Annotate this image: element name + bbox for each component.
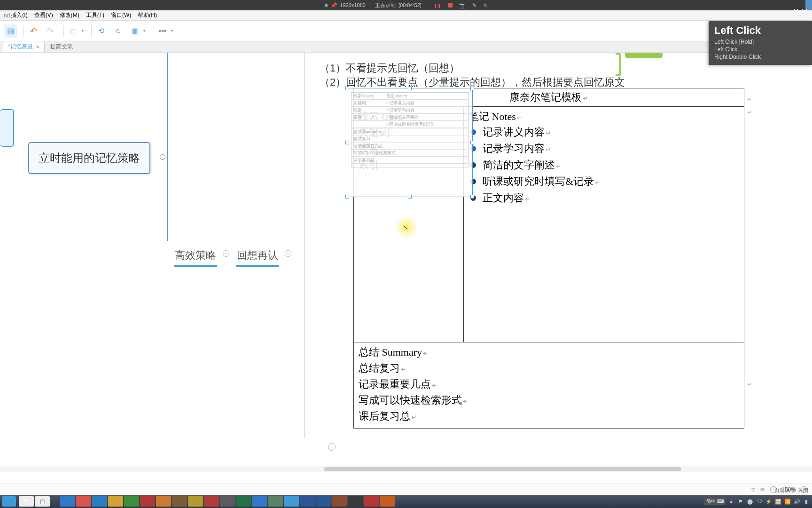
start-button[interactable] bbox=[2, 496, 16, 507]
folder-button[interactable]: 🗀 bbox=[67, 24, 80, 38]
taskbar-app[interactable] bbox=[60, 496, 75, 507]
dropdown-icon[interactable]: ▾ bbox=[171, 29, 173, 33]
tray-icon[interactable]: ▮ bbox=[803, 498, 810, 505]
note-item: 记录讲义内容 bbox=[468, 126, 739, 140]
taskbar-app[interactable] bbox=[124, 496, 139, 507]
canvas[interactable]: 立时能用的记忆策略 高效策略 − 回想再认 − （1）不看提示先回忆（回想） （… bbox=[0, 53, 812, 476]
tray-icon[interactable]: ⚡ bbox=[765, 498, 773, 505]
taskbar-app[interactable] bbox=[268, 496, 283, 507]
note-item: 听课或研究时填写&记录 bbox=[468, 175, 739, 190]
volume-icon[interactable]: 🔊 bbox=[793, 498, 801, 505]
tray-icon[interactable]: ▲ bbox=[727, 498, 735, 505]
tray-icon[interactable]: 🛡 bbox=[756, 498, 763, 505]
menu-window[interactable]: 窗口(W) bbox=[111, 11, 131, 19]
language-indicator[interactable]: 简中 ⌨ bbox=[704, 498, 726, 505]
taskbar-app[interactable] bbox=[332, 496, 347, 507]
pin-icon[interactable]: 📌 bbox=[331, 2, 337, 8]
node-handle[interactable] bbox=[160, 154, 165, 160]
menu-icon[interactable]: ≡ bbox=[325, 2, 328, 8]
menu-insert[interactable]: 插入(I) bbox=[11, 11, 27, 19]
taskbar-app[interactable] bbox=[108, 496, 123, 507]
screenshot-icon[interactable] bbox=[459, 2, 466, 8]
taskbar-app[interactable]: 🗔 bbox=[19, 496, 34, 507]
overlay-row: Right Double-Click bbox=[714, 54, 806, 60]
redo-button[interactable]: ↷ bbox=[44, 24, 57, 38]
resize-handle-se[interactable] bbox=[470, 195, 474, 198]
summary-item: 写成可以快速检索形式 bbox=[359, 393, 739, 407]
menu-help[interactable]: 帮助(H) bbox=[138, 11, 157, 19]
node-partial[interactable] bbox=[0, 109, 14, 147]
tab-memory-palace[interactable]: *记忆宫殿 ✕ bbox=[3, 41, 45, 52]
taskbar-app[interactable] bbox=[348, 496, 363, 507]
autosave-label: 自动保存: 关闭 bbox=[774, 487, 808, 494]
resize-handle-s[interactable] bbox=[408, 195, 412, 198]
taskbar-app[interactable] bbox=[364, 496, 379, 507]
close-tab-icon[interactable]: ✕ bbox=[36, 44, 39, 49]
menu-view[interactable]: 查看(V) bbox=[34, 11, 53, 19]
tray-icon[interactable]: 🪟 bbox=[774, 498, 782, 505]
taskbar-app[interactable] bbox=[172, 496, 187, 507]
link-button[interactable]: ⟲ bbox=[94, 24, 108, 38]
note-item: 正文内容 bbox=[468, 191, 739, 206]
node-memory-strategy[interactable]: 立时能用的记忆策略 bbox=[28, 142, 150, 174]
tray-icon[interactable]: ⚑ bbox=[737, 498, 744, 505]
recording-bar: ≡ 📌 1920x1080 正在录制 [00:04:52] bbox=[0, 0, 812, 10]
taskbar-app[interactable] bbox=[316, 496, 331, 507]
tray-icon[interactable]: 📶 bbox=[784, 498, 791, 505]
menu-tools[interactable]: 工具(T) bbox=[86, 11, 104, 19]
stop-icon[interactable] bbox=[448, 3, 453, 8]
resize-handle-w[interactable] bbox=[345, 141, 349, 144]
taskbar-app[interactable] bbox=[204, 496, 219, 507]
more-button[interactable]: ••• bbox=[156, 24, 169, 38]
resize-handle-ne[interactable] bbox=[470, 87, 474, 90]
tab-label: 高效策略 bbox=[175, 249, 216, 261]
taskbar-app[interactable]: 📋 bbox=[35, 496, 50, 507]
undo-button[interactable]: ↶ bbox=[27, 24, 40, 38]
recording-timer: [00:04:52] bbox=[398, 2, 422, 8]
collapse-icon[interactable]: − bbox=[285, 250, 291, 257]
resize-handle-nw[interactable] bbox=[345, 87, 349, 90]
annotate-icon[interactable] bbox=[472, 2, 476, 8]
toolbar: ▦ ↶ ↷ 🗀 ▾ ⟲ ⎌ ▥ ▾ ••• ▾ ▾ 🏅 ▢ 🔍 bbox=[0, 21, 812, 41]
collapse-icon[interactable]: − bbox=[328, 443, 336, 451]
eye-icon[interactable] bbox=[760, 486, 765, 493]
selected-image-box[interactable]: 线索 Cues:笔记 Notes: 关键词• 记录讲义内容 线索• 记录学习内容… bbox=[347, 88, 473, 197]
taskbar-app[interactable] bbox=[284, 496, 299, 507]
taskbar-app[interactable] bbox=[252, 496, 267, 507]
paragraph-mark: ↵ bbox=[747, 96, 752, 103]
taskbar-app[interactable] bbox=[300, 496, 315, 507]
tab-efficient-strategy[interactable]: 高效策略 − bbox=[174, 246, 217, 267]
taskbar-app[interactable] bbox=[236, 496, 251, 507]
wrap-button[interactable]: ⎌ bbox=[111, 24, 125, 38]
file-button[interactable]: ▦ bbox=[4, 24, 17, 38]
recording-status: 正在录制 bbox=[375, 2, 396, 9]
tab-recall[interactable]: 回想再认 − bbox=[236, 246, 279, 267]
divider bbox=[153, 25, 153, 37]
columns-button[interactable]: ▥ bbox=[128, 24, 141, 38]
taskbar-app[interactable] bbox=[380, 496, 395, 507]
taskbar-app[interactable] bbox=[156, 496, 171, 507]
tab-writing[interactable]: 提高文笔 bbox=[46, 41, 78, 52]
divider bbox=[63, 25, 64, 37]
taskbar-app[interactable] bbox=[76, 496, 91, 507]
taskbar-app[interactable] bbox=[140, 496, 155, 507]
dropdown-icon[interactable]: ▾ bbox=[143, 29, 145, 33]
close-recorder-icon[interactable] bbox=[483, 2, 487, 8]
taskbar-app[interactable] bbox=[188, 496, 203, 507]
menu-bar: nd 插入(I) 查看(V) 修改(M) 工具(T) 窗口(W) 帮助(H) bbox=[0, 10, 812, 21]
collapse-icon[interactable]: − bbox=[223, 250, 229, 257]
tray-icon[interactable]: ⬤ bbox=[746, 498, 754, 505]
resize-handle-n[interactable] bbox=[408, 87, 412, 90]
connector-line bbox=[304, 53, 304, 438]
taskbar-app[interactable] bbox=[92, 496, 107, 507]
resize-handle-sw[interactable] bbox=[345, 195, 349, 198]
resize-handle-e[interactable] bbox=[470, 141, 474, 144]
taskbar-app[interactable] bbox=[220, 496, 235, 507]
tab-label: 回想再认 bbox=[237, 249, 278, 261]
menu-modify[interactable]: 修改(M) bbox=[60, 11, 79, 19]
scrollbar-horizontal[interactable] bbox=[0, 466, 812, 472]
filter-icon[interactable] bbox=[751, 486, 755, 493]
scrollbar-thumb[interactable] bbox=[324, 467, 681, 471]
dropdown-icon[interactable]: ▾ bbox=[82, 29, 84, 33]
pause-icon[interactable] bbox=[434, 2, 441, 8]
